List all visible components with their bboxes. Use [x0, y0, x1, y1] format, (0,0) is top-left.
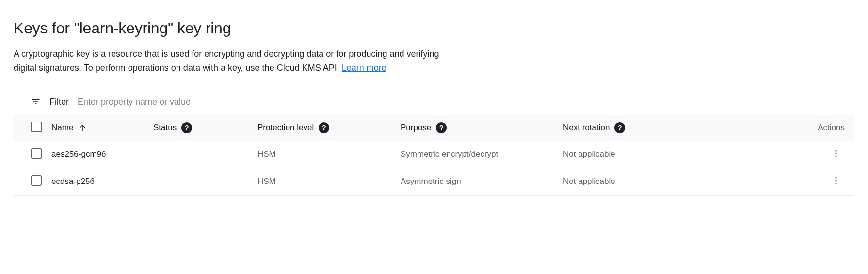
keys-table-container: Filter Name Status — [14, 89, 854, 196]
help-icon[interactable]: ? — [319, 122, 329, 133]
select-all-checkbox[interactable] — [31, 122, 42, 132]
key-protection-cell: HSM — [253, 141, 396, 168]
more-actions-icon[interactable] — [831, 176, 841, 185]
filter-label: Filter — [49, 97, 69, 107]
protection-column-header[interactable]: Protection level ? — [253, 115, 396, 141]
key-status-cell — [148, 168, 253, 195]
name-column-label: Name — [51, 123, 73, 133]
filter-bar: Filter — [14, 89, 854, 115]
svg-point-4 — [835, 180, 836, 181]
sort-ascending-icon — [78, 123, 87, 132]
name-column-header[interactable]: Name — [47, 115, 148, 141]
key-name-cell[interactable]: aes256-gcm96 — [47, 141, 148, 168]
table-header-row: Name Status ? Protection level — [14, 115, 854, 141]
rotation-column-label: Next rotation — [563, 123, 610, 133]
key-rotation-cell: Not applicable — [558, 168, 691, 195]
key-purpose-cell: Asymmetric sign — [396, 168, 558, 195]
protection-column-label: Protection level — [257, 123, 314, 133]
learn-more-link[interactable]: Learn more — [342, 63, 386, 73]
help-icon[interactable]: ? — [436, 122, 447, 133]
keys-table: Name Status ? Protection level — [14, 115, 854, 196]
status-column-header[interactable]: Status ? — [148, 115, 253, 141]
actions-column-header: Actions — [691, 115, 854, 141]
key-protection-cell: HSM — [253, 168, 396, 195]
help-icon[interactable]: ? — [181, 122, 192, 133]
purpose-column-header[interactable]: Purpose ? — [396, 115, 558, 141]
row-checkbox[interactable] — [31, 175, 42, 186]
select-all-header — [14, 115, 47, 141]
svg-point-2 — [835, 155, 836, 157]
filter-icon — [31, 97, 41, 107]
page-title: Keys for "learn-keyring" key ring — [14, 19, 854, 37]
key-rotation-cell: Not applicable — [558, 141, 691, 168]
page-description: A cryptographic key is a resource that i… — [14, 47, 440, 75]
svg-point-0 — [835, 150, 836, 151]
status-column-label: Status — [153, 123, 177, 133]
svg-point-3 — [835, 177, 836, 178]
more-actions-icon[interactable] — [831, 149, 841, 158]
key-purpose-cell: Symmetric encrypt/decrypt — [396, 141, 558, 168]
key-name-cell[interactable]: ecdsa-p256 — [47, 168, 148, 195]
filter-input[interactable] — [78, 97, 854, 107]
table-row[interactable]: ecdsa-p256 HSM Asymmetric sign Not appli… — [14, 168, 854, 195]
svg-point-1 — [835, 152, 836, 154]
help-icon[interactable]: ? — [614, 122, 625, 133]
purpose-column-label: Purpose — [401, 123, 431, 133]
table-row[interactable]: aes256-gcm96 HSM Symmetric encrypt/decry… — [14, 141, 854, 168]
row-checkbox[interactable] — [31, 148, 42, 159]
svg-point-5 — [835, 183, 836, 184]
rotation-column-header[interactable]: Next rotation ? — [558, 115, 691, 141]
key-status-cell — [148, 141, 253, 168]
